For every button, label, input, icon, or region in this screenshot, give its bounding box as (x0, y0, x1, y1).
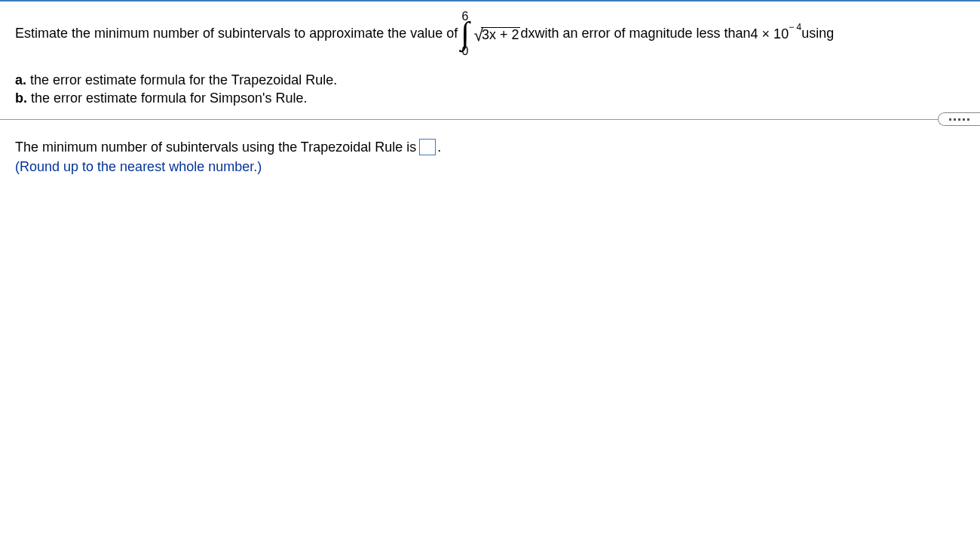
section-divider (0, 112, 980, 127)
question-mid-text: with an error of magnitude less than (534, 25, 750, 42)
error-exponent: − 4 (789, 22, 801, 32)
question-tail-text: using (801, 25, 834, 42)
part-a-text: the error estimate formula for the Trape… (26, 72, 337, 87)
error-times: × 10 (758, 26, 789, 41)
part-b: b. the error estimate formula for Simpso… (15, 89, 965, 107)
divider-line (0, 119, 980, 120)
dot-icon (954, 118, 956, 121)
integral-expression: 6 ∫ 0 (461, 11, 470, 57)
dot-icon (949, 118, 951, 121)
part-a-label: a. (15, 72, 26, 87)
answer-prompt-after: . (437, 137, 441, 157)
integral-lower-limit: 0 (462, 45, 469, 57)
question-parts: a. the error estimate formula for the Tr… (15, 71, 965, 108)
answer-hint: (Round up to the nearest whole number.) (15, 157, 965, 176)
top-accent-border (0, 0, 980, 2)
integral-sign-icon: ∫ (461, 21, 470, 47)
square-root: √ 3x + 2 (474, 26, 521, 42)
integrand: √ 3x + 2 dx (473, 25, 535, 42)
answer-prompt-line: The minimum number of subintervals using… (15, 137, 965, 157)
part-b-label: b. (15, 90, 27, 106)
part-a: a. the error estimate formula for the Tr… (15, 71, 965, 89)
dx-text: dx (520, 25, 534, 42)
dot-icon (958, 118, 960, 121)
part-b-text: the error estimate formula for Simpson's… (27, 90, 308, 106)
answer-prompt-before: The minimum number of subintervals using… (15, 137, 416, 157)
answer-input[interactable] (419, 139, 436, 155)
answer-area: The minimum number of subintervals using… (0, 137, 980, 176)
dot-icon (967, 118, 969, 121)
error-magnitude: 4 × 10− 4 (751, 25, 802, 43)
radicand-text: 3x + 2 (481, 27, 521, 43)
dot-icon (963, 118, 965, 121)
question-statement: Estimate the minimum number of subinterv… (15, 11, 965, 57)
more-options-button[interactable] (938, 112, 980, 126)
error-coefficient: 4 (751, 26, 758, 41)
question-intro-text: Estimate the minimum number of subinterv… (15, 25, 458, 42)
question-content: Estimate the minimum number of subinterv… (0, 11, 980, 107)
